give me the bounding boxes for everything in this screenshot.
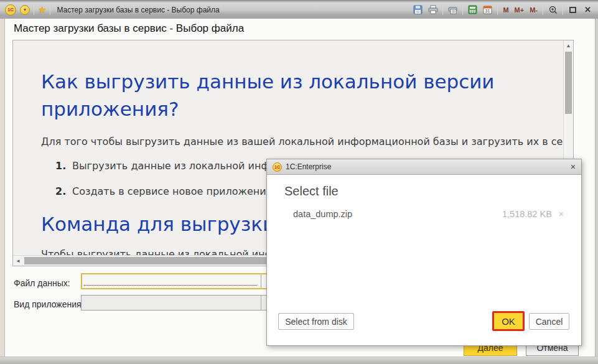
main-menu-dropdown-icon[interactable]: ▼ bbox=[20, 5, 30, 15]
titlebar-separator bbox=[34, 5, 34, 15]
window-titlebar: 1С ▼ ★ Мастер загрузки базы в сервис - В… bbox=[0, 0, 598, 19]
calendar-icon[interactable]: 31 bbox=[482, 4, 493, 15]
scroll-up-icon[interactable]: ▲ bbox=[564, 40, 573, 50]
article-heading-1: Как выгрузить данные из локальной версии… bbox=[41, 68, 545, 123]
dialog-titlebar: 1С 1C:Enterprise × bbox=[267, 159, 581, 175]
article-intro: Для того чтобы выгрузить данные из вашей… bbox=[41, 136, 563, 147]
dialog-heading: Select file bbox=[284, 184, 339, 198]
titlebar-separator bbox=[563, 5, 563, 15]
step-number: 2. bbox=[55, 185, 72, 197]
app-logo-icon[interactable]: 1С bbox=[5, 4, 16, 16]
vertical-scrollbar-thumb[interactable] bbox=[565, 52, 572, 114]
window-right-edge bbox=[595, 19, 598, 357]
titlebar-separator bbox=[50, 5, 50, 15]
zoom-icon[interactable] bbox=[548, 4, 558, 15]
select-file-dialog: 1С 1C:Enterprise × Select file data_dump… bbox=[266, 159, 582, 346]
page-title: Мастер загрузки базы в сервис - Выбор фа… bbox=[14, 22, 244, 35]
memory-recall-button[interactable]: М bbox=[502, 6, 509, 14]
print-icon[interactable] bbox=[427, 4, 438, 15]
ok-button[interactable]: OK bbox=[492, 311, 525, 331]
close-icon: ✕ bbox=[584, 5, 591, 14]
memory-plus-button[interactable]: М+ bbox=[514, 6, 525, 14]
titlebar-separator bbox=[462, 5, 463, 15]
step-number: 1. bbox=[55, 160, 72, 172]
remove-file-icon[interactable]: × bbox=[559, 209, 564, 219]
titlebar-separator bbox=[497, 5, 498, 15]
print-preview-icon[interactable] bbox=[447, 4, 458, 15]
file-name: data_dump.zip bbox=[293, 209, 352, 219]
window-left-edge bbox=[0, 19, 5, 357]
window-bottom-edge bbox=[0, 357, 598, 364]
data-file-label: Файл данных: bbox=[14, 278, 70, 288]
dialog-title: 1C:Enterprise bbox=[286, 162, 331, 171]
scroll-left-icon[interactable]: ◄ bbox=[13, 258, 23, 264]
favorites-star-icon[interactable]: ★ bbox=[38, 5, 46, 14]
memory-minus-button[interactable]: М- bbox=[529, 6, 538, 14]
titlebar-separator bbox=[442, 5, 443, 15]
file-row: data_dump.zip 1,518.82 KB × bbox=[293, 209, 564, 219]
save-icon[interactable] bbox=[413, 4, 423, 15]
close-button[interactable]: ✕ bbox=[582, 4, 593, 15]
window-title: Мастер загрузки базы в сервис - Выбор фа… bbox=[57, 6, 219, 14]
dialog-cancel-button[interactable]: Cancel bbox=[529, 313, 569, 330]
file-size: 1,518.82 KB bbox=[502, 209, 552, 219]
app-type-label: Вид приложения: bbox=[14, 299, 84, 309]
calculator-icon[interactable] bbox=[467, 4, 478, 15]
select-from-disk-button[interactable]: Select from disk bbox=[278, 313, 354, 330]
dialog-close-icon[interactable]: × bbox=[571, 162, 576, 171]
maximize-icon bbox=[569, 7, 576, 13]
required-field-marker bbox=[84, 285, 257, 286]
svg-text:31: 31 bbox=[485, 9, 490, 13]
titlebar-separator bbox=[543, 5, 543, 15]
choose-button-divider bbox=[261, 296, 261, 310]
step-text: Выгрузить данные из локальной информ bbox=[72, 160, 289, 172]
choose-button-divider bbox=[261, 274, 261, 288]
maximize-button[interactable] bbox=[568, 4, 578, 15]
step-text: Создать в сервисе новое приложение, за bbox=[72, 185, 290, 197]
app-window: 1С ▼ ★ Мастер загрузки базы в сервис - В… bbox=[0, 0, 598, 364]
dialog-logo-icon: 1С bbox=[273, 162, 282, 172]
